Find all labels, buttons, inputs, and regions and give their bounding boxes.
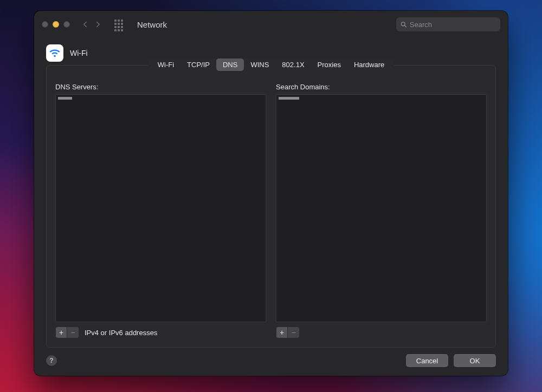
search-domains-pm-group: + − xyxy=(276,326,300,338)
search-domains-list[interactable] xyxy=(276,94,487,322)
tab-bar: Wi-FiTCP/IPDNSWINS802.1XProxiesHardware xyxy=(148,58,395,71)
tab-proxies[interactable]: Proxies xyxy=(311,58,347,71)
window-controls xyxy=(42,21,70,28)
dns-servers-pm-group: + − xyxy=(55,326,79,338)
add-dns-server-button[interactable]: + xyxy=(55,326,67,338)
nav-buttons xyxy=(82,21,101,28)
content-area: Wi-Fi Wi-FiTCP/IPDNSWINS802.1XProxiesHar… xyxy=(34,38,508,376)
service-name: Wi-Fi xyxy=(70,49,88,57)
wifi-icon xyxy=(46,44,63,62)
help-button[interactable]: ? xyxy=(46,355,57,366)
ok-button[interactable]: OK xyxy=(454,354,496,367)
titlebar: Network xyxy=(34,11,508,38)
window-title: Network xyxy=(137,20,167,29)
show-all-icon[interactable] xyxy=(114,19,124,29)
dns-columns: DNS Servers: + − IPv4 or IPv6 addresses … xyxy=(55,83,487,338)
search-input[interactable] xyxy=(410,21,496,29)
svg-line-1 xyxy=(404,25,406,27)
dns-servers-label: DNS Servers: xyxy=(55,83,266,91)
dns-hint: IPv4 or IPv6 addresses xyxy=(85,329,157,337)
system-preferences-window: Network Wi-Fi Wi-FiTCP/IPDNSWINS802.1XPr… xyxy=(34,11,508,376)
tab-802-1x[interactable]: 802.1X xyxy=(275,58,311,71)
search-icon xyxy=(401,21,406,28)
cancel-button[interactable]: Cancel xyxy=(406,354,448,367)
search-field[interactable] xyxy=(396,17,500,31)
zoom-window-button[interactable] xyxy=(63,21,70,28)
footer: ? Cancel OK xyxy=(46,354,496,367)
tab-hardware[interactable]: Hardware xyxy=(347,58,391,71)
list-item[interactable] xyxy=(58,97,72,100)
remove-search-domain-button[interactable]: − xyxy=(288,326,300,338)
tab-wins[interactable]: WINS xyxy=(244,58,275,71)
search-domains-column: Search Domains: + − xyxy=(276,83,487,338)
dns-servers-column: DNS Servers: + − IPv4 or IPv6 addresses xyxy=(55,83,266,338)
tab-wi-fi[interactable]: Wi-Fi xyxy=(151,58,180,71)
forward-icon[interactable] xyxy=(95,21,101,28)
minimize-window-button[interactable] xyxy=(53,21,59,28)
search-domains-label: Search Domains: xyxy=(276,83,487,91)
back-icon[interactable] xyxy=(82,21,88,28)
tab-tcp-ip[interactable]: TCP/IP xyxy=(180,58,216,71)
close-window-button[interactable] xyxy=(42,21,48,28)
tab-dns[interactable]: DNS xyxy=(216,58,244,71)
remove-dns-server-button[interactable]: − xyxy=(67,326,79,338)
add-search-domain-button[interactable]: + xyxy=(276,326,288,338)
settings-panel: Wi-FiTCP/IPDNSWINS802.1XProxiesHardware … xyxy=(46,65,496,348)
dns-servers-list[interactable] xyxy=(55,94,266,322)
list-item[interactable] xyxy=(279,97,299,100)
